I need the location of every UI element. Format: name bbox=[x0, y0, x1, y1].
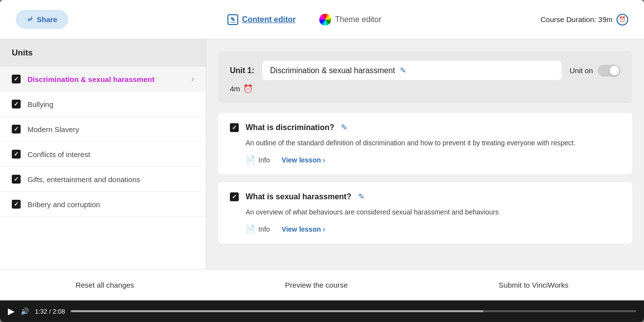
view-lesson-link-2[interactable]: View lesson › bbox=[281, 225, 325, 233]
video-progress-fill bbox=[71, 310, 483, 312]
volume-icon[interactable]: 🔊 bbox=[21, 307, 29, 315]
play-button[interactable]: ▶ bbox=[8, 306, 15, 317]
submit-button[interactable]: Submit to VinciWorks bbox=[499, 281, 568, 289]
main-content: Units Discrimination & sexual harassment… bbox=[0, 39, 644, 269]
content-editor-icon: ✎ bbox=[227, 14, 238, 25]
top-bar: ⤶ Share ✎ Content editor Theme editor Co… bbox=[0, 0, 644, 39]
sidebar-item-modern-slavery[interactable]: Modern Slavery bbox=[0, 117, 206, 142]
toggle-knob bbox=[610, 66, 619, 76]
unit-toggle-area: Unit on bbox=[569, 65, 620, 77]
unit-title-box: Discrimination & sexual harassment ✎ bbox=[262, 61, 562, 80]
lesson-desc-2: An overview of what behaviours are consi… bbox=[246, 207, 620, 217]
lesson-info-2[interactable]: 📄 Info bbox=[246, 224, 270, 234]
unit-edit-icon[interactable]: ✎ bbox=[400, 66, 406, 75]
theme-editor-label: Theme editor bbox=[335, 15, 381, 24]
sidebar: Units Discrimination & sexual harassment… bbox=[0, 39, 206, 269]
lesson-actions-2: 📄 Info View lesson › bbox=[246, 224, 620, 234]
unit-title: Discrimination & sexual harassment bbox=[270, 66, 395, 75]
checkbox-discrimination[interactable] bbox=[12, 75, 21, 83]
app-window: ⤶ Share ✎ Content editor Theme editor Co… bbox=[0, 0, 644, 322]
reset-button[interactable]: Reset all changes bbox=[76, 281, 134, 289]
lesson-info-1[interactable]: 📄 Info bbox=[246, 155, 270, 164]
unit-header-card: Unit 1: Discrimination & sexual harassme… bbox=[218, 51, 632, 103]
unit-duration: 4m ⏰ bbox=[230, 84, 620, 93]
lesson-edit-icon-1[interactable]: ✎ bbox=[341, 123, 347, 132]
lesson-info-label-1: Info bbox=[258, 156, 270, 164]
share-button[interactable]: ⤶ Share bbox=[16, 10, 68, 29]
lesson-checkbox-2[interactable] bbox=[230, 192, 239, 201]
toggle-label: Unit on bbox=[569, 66, 593, 75]
unit-toggle-switch[interactable] bbox=[598, 65, 620, 77]
doc-icon-1: 📄 bbox=[246, 155, 255, 164]
checkbox-bullying[interactable] bbox=[12, 100, 21, 108]
checkbox-modern-slavery[interactable] bbox=[12, 125, 21, 134]
sidebar-item-label-bullying: Bullying bbox=[28, 100, 194, 108]
course-duration: Course Duration: 39m ⏰ bbox=[540, 14, 628, 26]
lesson-title-2: What is sexual harassment? bbox=[246, 192, 351, 201]
share-icon: ⤶ bbox=[27, 15, 33, 24]
time-current: 1:32 bbox=[35, 308, 47, 315]
checkbox-gifts[interactable] bbox=[12, 175, 21, 184]
lesson-title-row-1: What is discrimination? ✎ bbox=[230, 123, 620, 132]
lesson-title-row-2: What is sexual harassment? ✎ bbox=[230, 192, 620, 201]
sidebar-item-conflicts[interactable]: Conflicts of interest bbox=[0, 142, 206, 167]
sidebar-header: Units bbox=[0, 39, 206, 67]
sidebar-item-gifts[interactable]: Gifts, entertainment and donations bbox=[0, 167, 206, 192]
share-label: Share bbox=[37, 15, 57, 24]
sidebar-item-label-bribery: Bribery and corruption bbox=[28, 200, 194, 209]
content-editor-label: Content editor bbox=[242, 15, 296, 24]
unit-label: Unit 1: bbox=[230, 66, 254, 75]
lesson-actions-1: 📄 Info View lesson › bbox=[246, 155, 620, 164]
chevron-right-icon: › bbox=[192, 75, 194, 83]
theme-icon bbox=[319, 14, 331, 26]
preview-button[interactable]: Preview the course bbox=[285, 281, 348, 289]
sidebar-item-discrimination[interactable]: Discrimination & sexual harassment › bbox=[0, 67, 206, 92]
lesson-card-1: What is discrimination? ✎ An outline of … bbox=[218, 113, 632, 174]
sidebar-item-label-modern-slavery: Modern Slavery bbox=[28, 125, 194, 134]
lesson-checkbox-1[interactable] bbox=[230, 123, 239, 132]
video-bar: ▶ 🔊 1:32 / 2:08 bbox=[0, 300, 644, 322]
checkbox-conflicts[interactable] bbox=[12, 150, 21, 159]
video-progress-bar[interactable] bbox=[71, 310, 636, 312]
lesson-desc-1: An outline of the standard definition of… bbox=[246, 138, 620, 148]
content-editor-nav[interactable]: ✎ Content editor bbox=[227, 14, 296, 25]
sidebar-item-bullying[interactable]: Bullying bbox=[0, 92, 206, 117]
time-total: 2:08 bbox=[53, 308, 65, 315]
sidebar-title: Units bbox=[12, 48, 33, 57]
right-panel: Unit 1: Discrimination & sexual harassme… bbox=[206, 39, 644, 269]
doc-icon-2: 📄 bbox=[246, 224, 255, 234]
video-time: 1:32 / 2:08 bbox=[35, 308, 65, 315]
theme-editor-nav[interactable]: Theme editor bbox=[319, 14, 381, 26]
sidebar-item-label-conflicts: Conflicts of interest bbox=[28, 150, 194, 159]
checkbox-bribery[interactable] bbox=[12, 200, 21, 209]
sidebar-item-bribery[interactable]: Bribery and corruption bbox=[0, 192, 206, 217]
duration-clock-icon: ⏰ bbox=[243, 84, 253, 93]
sidebar-item-label-discrimination: Discrimination & sexual harassment bbox=[28, 75, 185, 83]
clock-icon: ⏰ bbox=[616, 14, 628, 26]
unit-header-inner: Unit 1: Discrimination & sexual harassme… bbox=[230, 61, 620, 93]
unit-duration-value: 4m bbox=[230, 84, 240, 93]
lesson-edit-icon-2[interactable]: ✎ bbox=[358, 192, 364, 201]
view-lesson-link-1[interactable]: View lesson › bbox=[281, 156, 325, 164]
course-duration-label: Course Duration: 39m bbox=[540, 15, 613, 24]
lesson-card-2: What is sexual harassment? ✎ An overview… bbox=[218, 182, 632, 243]
bottom-bar: Reset all changes Preview the course Sub… bbox=[0, 269, 644, 300]
sidebar-item-label-gifts: Gifts, entertainment and donations bbox=[28, 175, 194, 184]
lesson-info-label-2: Info bbox=[258, 225, 270, 233]
center-nav: ✎ Content editor Theme editor bbox=[68, 14, 541, 26]
lesson-title-1: What is discrimination? bbox=[246, 123, 334, 132]
